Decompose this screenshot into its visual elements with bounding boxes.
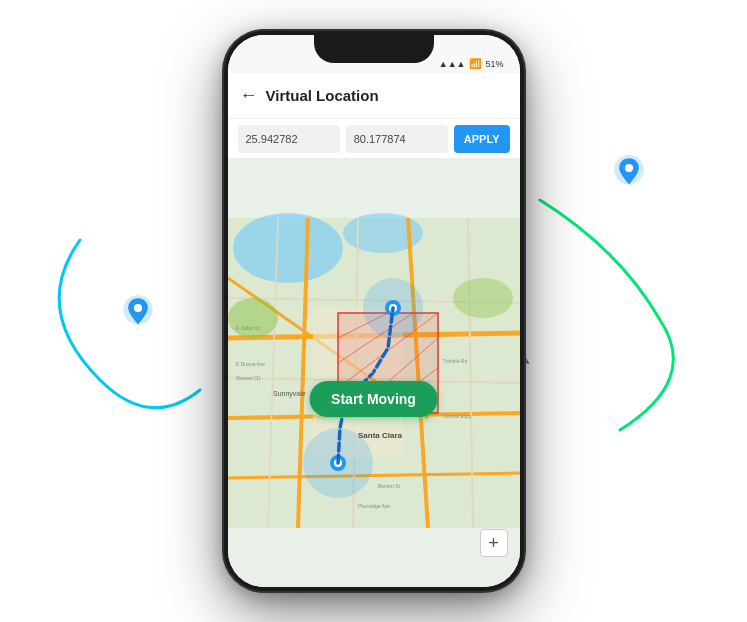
map-area[interactable]: Sunnyvale Santa Clara E Julian Dr E Duan… [228,159,520,587]
scene: ▷ ▲▲▲ 📶 51% ← Virtual Location [0,0,747,622]
svg-point-33 [228,298,278,338]
svg-text:E Julian Dr: E Julian Dr [236,325,261,331]
battery-indicator: 51% [485,59,503,69]
svg-point-1 [134,304,142,312]
page-title: Virtual Location [266,87,379,104]
svg-text:Central Expy: Central Expy [443,413,472,419]
svg-point-5 [233,213,343,283]
zoom-in-button[interactable]: + [480,529,508,557]
pin-left [120,295,156,335]
svg-text:E Duane Ave: E Duane Ave [236,361,265,367]
svg-point-34 [453,278,513,318]
svg-text:Stewart (1): Stewart (1) [236,375,261,381]
map-svg: Sunnyvale Santa Clara E Julian Dr E Duan… [228,159,520,587]
wifi-icon: 📶 [469,58,481,69]
coordinate-bar: 25.942782 80.177874 APPLY [228,119,520,159]
svg-text:Trimble Rd: Trimble Rd [443,358,467,364]
back-button[interactable]: ← [240,85,258,106]
start-moving-button[interactable]: Start Moving [309,381,438,417]
svg-point-3 [625,164,633,172]
phone-inner: ▲▲▲ 📶 51% ← Virtual Location 25.942782 8… [228,35,520,587]
svg-text:Sunnyvale: Sunnyvale [273,390,306,398]
signal-icon: ▲▲▲ [439,59,466,69]
longitude-input[interactable]: 80.177874 [346,125,448,153]
phone-frame: ▲▲▲ 📶 51% ← Virtual Location 25.942782 8… [224,31,524,591]
apply-button[interactable]: APPLY [454,125,510,153]
svg-text:Plumridge Ave: Plumridge Ave [358,503,390,509]
latitude-input[interactable]: 25.942782 [238,125,340,153]
pin-right [611,155,647,195]
top-nav-bar: ← Virtual Location [228,73,520,119]
phone-notch [314,35,434,63]
svg-text:Benton St: Benton St [378,483,401,489]
svg-text:Santa Clara: Santa Clara [358,431,403,440]
